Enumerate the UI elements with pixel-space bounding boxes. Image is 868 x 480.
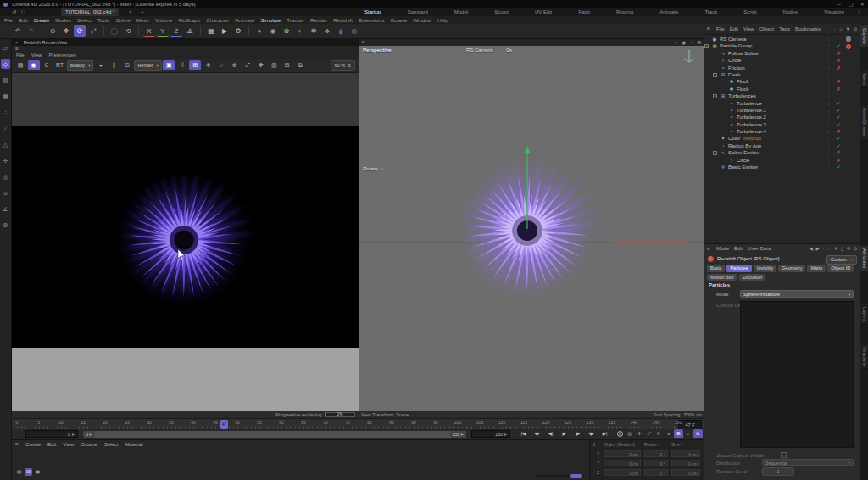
attribute-tab-geometry[interactable]: Geometry	[778, 265, 805, 272]
make-editable-icon[interactable]: ▱	[1, 43, 10, 53]
material-menu-material[interactable]: Material	[125, 440, 142, 449]
visibility-dots[interactable]: ∶	[828, 157, 829, 164]
enabled-check-icon[interactable]: ✓	[837, 164, 841, 170]
disabled-cross-icon[interactable]: ✗	[837, 50, 841, 57]
object-manager-menu-object[interactable]: Object	[760, 24, 774, 34]
pause-icon[interactable]: ∥	[108, 60, 120, 70]
visibility-dots[interactable]: ∶	[828, 121, 829, 128]
expand-collapse-icon[interactable]: –	[713, 151, 717, 155]
renderview-menu-file[interactable]: File	[16, 52, 25, 59]
menu-modes[interactable]: Modes	[55, 16, 71, 24]
attribute-tab-basic[interactable]: Basic	[707, 265, 725, 272]
custom-objects-listbox[interactable]	[740, 301, 854, 448]
menu-extensions[interactable]: Extensions	[359, 16, 384, 24]
maximize-button[interactable]: ▢	[849, 0, 854, 8]
filter-icon[interactable]: ▼	[833, 244, 837, 254]
quantize-icon[interactable]: ∠	[1, 204, 10, 214]
up-icon[interactable]: ↑	[822, 244, 825, 254]
hamburger-icon[interactable]: ≡	[707, 24, 710, 34]
popout-icon[interactable]: ⧉	[854, 244, 857, 254]
rigid-body-icon[interactable]: ✽	[308, 25, 320, 37]
material-grid-view-icon[interactable]: ⊞	[25, 468, 32, 476]
zoom-spinner-icon[interactable]: ⇅	[348, 61, 351, 70]
range-end-field[interactable]: 150 F	[471, 430, 510, 438]
minimize-button[interactable]: –	[837, 0, 840, 8]
side-tab-attributes[interactable]: Attributes	[860, 246, 868, 271]
forward-icon[interactable]: ▶	[815, 244, 819, 254]
menu-edit[interactable]: Edit	[19, 16, 28, 24]
texture-mode-icon[interactable]: ▨	[1, 75, 10, 85]
material-scrollbar[interactable]	[535, 475, 584, 477]
disabled-cross-icon[interactable]: ✗	[837, 128, 841, 135]
workplane-mode-icon[interactable]: ▦	[1, 92, 10, 101]
coordinate-value-field[interactable]: 0 °	[644, 469, 668, 476]
prev-key-button[interactable]: ◀•	[531, 429, 543, 438]
renderview-tab[interactable]: × Redshift RenderView	[12, 39, 359, 46]
coordinate-value-field[interactable]: 0 cm	[671, 450, 700, 457]
rt-toggle[interactable]: RT	[54, 60, 66, 70]
timeline-playhead[interactable]: 47	[220, 420, 228, 429]
close-button[interactable]: ×	[860, 0, 864, 8]
object-tree-item[interactable]: ✛Basic Emitter∶✓	[704, 164, 860, 170]
display-filter-icon[interactable]: ◒	[95, 60, 107, 70]
expand-collapse-icon[interactable]: –	[704, 44, 709, 48]
renderview-menu-preferences[interactable]: Preferences	[49, 52, 76, 59]
edit-material-icon[interactable]: ◉	[267, 25, 279, 37]
disabled-cross-icon[interactable]: ✗	[837, 64, 841, 71]
background-icon[interactable]: ○	[215, 60, 227, 70]
camera-icon[interactable]: ◉	[682, 39, 686, 46]
record-parameter-icon[interactable]: ≡	[665, 429, 674, 438]
coordinate-value-field[interactable]: 0 cm	[604, 460, 641, 466]
renderview-close-icon[interactable]: ×	[15, 40, 18, 45]
enabled-check-icon[interactable]: ✓	[837, 107, 841, 114]
object-tree-item[interactable]: ∿Follow Spline∶✗	[704, 50, 860, 57]
progressive-grid-icon[interactable]: ⠿	[176, 60, 188, 70]
menu-character[interactable]: Character	[206, 16, 229, 24]
hamburger-icon[interactable]: ≡	[593, 442, 596, 447]
filter-icon[interactable]: ▼	[846, 24, 850, 34]
disabled-cross-icon[interactable]: ✗	[837, 157, 841, 164]
copy-image-icon[interactable]: ⧉	[294, 60, 306, 70]
camera-tag[interactable]	[846, 36, 851, 42]
view-history-icon[interactable]: ◔	[690, 39, 693, 46]
popout-icon[interactable]: ⧉	[854, 24, 857, 34]
object-tree-item[interactable]: ≈Turbulence.3∶✓	[704, 121, 860, 128]
pixel-match-icon[interactable]: ⊞	[189, 60, 201, 70]
move-icon[interactable]: ✥	[60, 25, 72, 37]
range-end-handle[interactable]: 150 F	[450, 431, 466, 438]
side-tab-objects[interactable]: Objects	[860, 25, 868, 47]
menu-volume[interactable]: Volume	[155, 16, 173, 24]
object-manager-menu-edit[interactable]: Edit	[730, 24, 738, 34]
menu-simulate[interactable]: Simulate	[260, 16, 281, 24]
undo-redo-arrows[interactable]: ↺ ↻	[12, 8, 25, 16]
range-start-field[interactable]: 0 F	[25, 430, 78, 438]
region-icon[interactable]: ⊡	[121, 60, 133, 70]
range-start-handle[interactable]: 0 F	[83, 431, 95, 438]
aov-select[interactable]: Beauty▾	[67, 60, 93, 71]
distribution-dropdown[interactable]: Sequential ▾	[762, 459, 854, 466]
volume-icon[interactable]: ◎	[348, 25, 360, 37]
coordinate-value-field[interactable]: 0 cm	[604, 469, 641, 476]
menu-select[interactable]: Select	[77, 16, 92, 24]
focus-icon[interactable]: ⊕	[229, 60, 241, 70]
document-tab-close-icon[interactable]: ×	[129, 8, 132, 16]
material-list-view-icon[interactable]: ▤	[15, 468, 23, 476]
attribute-menu-edit[interactable]: Edit	[734, 244, 743, 254]
side-tab-layers[interactable]: Layers	[860, 304, 868, 325]
points-mode-icon[interactable]: ∴	[1, 108, 10, 117]
coordinate-value-field[interactable]: 0 °	[644, 460, 668, 466]
object-tree-item[interactable]: ✽Flock∶✗	[704, 86, 860, 92]
visibility-dots[interactable]: ∶	[828, 100, 829, 107]
coordinate-value-field[interactable]: 0 cm	[671, 469, 700, 476]
material-menu-edit[interactable]: Edit	[47, 440, 56, 449]
home-icon[interactable]: ⌂	[839, 24, 842, 34]
menu-mesh[interactable]: Mesh	[136, 16, 149, 24]
enabled-check-icon[interactable]: ✓	[837, 114, 841, 120]
attribute-menu-mode[interactable]: Mode	[716, 244, 729, 254]
menu-create[interactable]: Create	[34, 16, 50, 24]
object-tree-item[interactable]: ○Circle∶✗	[704, 57, 860, 64]
back-arrow-icon[interactable]: ↺	[12, 8, 16, 16]
menu-animate[interactable]: Animate	[235, 16, 254, 24]
scale-icon[interactable]: ⤢	[87, 25, 99, 37]
model-mode-icon[interactable]: ◇	[1, 59, 10, 69]
